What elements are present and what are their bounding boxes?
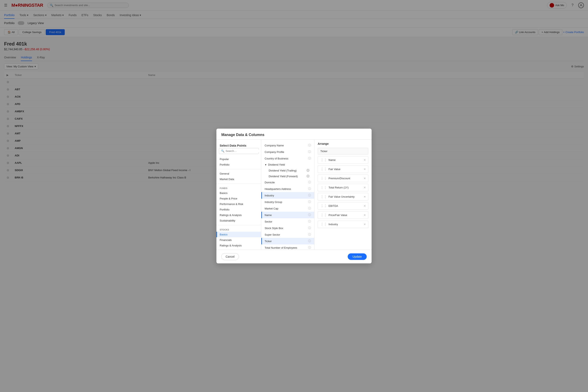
modal-overlay[interactable]: Manage Data & Columns Select Data Points… — [0, 0, 588, 186]
arrange-label-premium-discount: Premium/Discount — [328, 177, 350, 180]
left-panel: Select Data Points 🔍 Popular Portfolio G… — [216, 140, 261, 186]
left-item-general[interactable]: General — [216, 171, 261, 176]
modal-body: Select Data Points 🔍 Popular Portfolio G… — [216, 140, 372, 186]
remove-premium-discount-button[interactable]: × — [364, 176, 366, 180]
data-item-dividend-trailing[interactable]: Dividend Yield (Trailing) ⓘ — [264, 168, 311, 173]
arrange-row-name: ⋮⋮ Name × — [318, 156, 368, 164]
arrange-row-ticker: Ticker — [318, 148, 368, 154]
arrange-row-fair-value: ⋮⋮ Fair Value × — [318, 166, 368, 173]
search-data-container[interactable]: 🔍 — [219, 148, 259, 154]
group-header-dividend-yield[interactable]: ▼ Dividend Yield — [264, 162, 311, 168]
arrange-row-total-return: ⋮⋮ Total Return (1Y) × — [318, 184, 368, 186]
middle-panel: Company Name ⓘ Company Profile ⓘ Country… — [261, 140, 314, 186]
info-icon[interactable]: ⓘ — [308, 144, 311, 147]
left-item-popular[interactable]: Popular — [216, 156, 261, 162]
triangle-icon: ▼ — [264, 164, 267, 166]
search-icon: 🔍 — [221, 150, 224, 152]
data-item-company-name[interactable]: Company Name ⓘ — [261, 142, 314, 149]
data-item-domicile[interactable]: Domicile ⓘ — [261, 179, 314, 186]
select-data-title: Select Data Points — [216, 142, 261, 148]
info-icon[interactable]: ⓘ — [308, 150, 311, 154]
remove-fair-value-button[interactable]: × — [364, 168, 366, 171]
drag-handle-icon[interactable]: ⋮⋮ — [320, 158, 327, 162]
arrange-row-premium-discount: ⋮⋮ Premium/Discount × — [318, 174, 368, 182]
data-search-input[interactable] — [226, 150, 260, 152]
drag-handle-icon[interactable]: ⋮⋮ — [320, 167, 327, 171]
info-icon[interactable]: ⓘ — [307, 169, 309, 172]
ticker-arrange-label: Ticker — [320, 150, 328, 153]
info-icon[interactable]: ⓘ — [307, 174, 309, 178]
data-item-dividend-forward[interactable]: Dividend Yield (Forward) ⓘ — [264, 173, 311, 179]
data-item-country-of-business[interactable]: Country of Business ⓘ — [261, 155, 314, 162]
modal-title: Manage Data & Columns — [221, 133, 367, 137]
info-icon[interactable]: ⓘ — [308, 156, 311, 160]
drag-handle-icon[interactable]: ⋮⋮ — [320, 176, 327, 180]
left-item-portfolio[interactable]: Portfolio — [216, 162, 261, 168]
data-item-company-profile[interactable]: Company Profile ⓘ — [261, 149, 314, 155]
info-icon[interactable]: ⓘ — [308, 180, 311, 184]
data-group-dividend-yield: ▼ Dividend Yield Dividend Yield (Trailin… — [261, 162, 314, 179]
right-panel: Arrange Ticker ⋮⋮ Name × ⋮⋮ Fair Value × — [314, 140, 372, 186]
arrange-label-name: Name — [328, 158, 336, 162]
arrange-label-fair-value: Fair Value — [328, 168, 340, 171]
manage-data-modal: Manage Data & Columns Select Data Points… — [216, 128, 372, 186]
arrange-title: Arrange — [318, 142, 368, 145]
modal-header: Manage Data & Columns — [216, 128, 372, 140]
left-item-market-data[interactable]: Market Data — [216, 176, 261, 182]
remove-name-button[interactable]: × — [364, 158, 366, 162]
